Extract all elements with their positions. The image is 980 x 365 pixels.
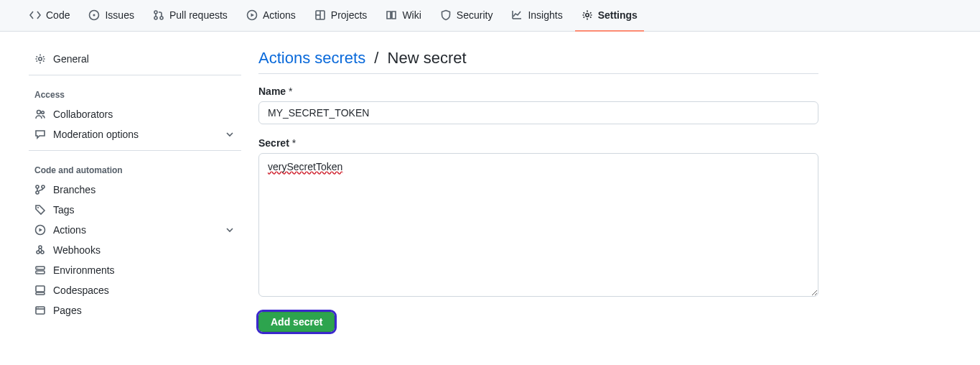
book-icon — [386, 9, 397, 21]
secret-name-input[interactable] — [258, 101, 818, 124]
server-icon — [34, 264, 46, 276]
main-content: Actions secrets / New secret Name * Secr… — [258, 49, 818, 335]
svg-point-33 — [37, 308, 38, 308]
svg-point-3 — [154, 17, 157, 19]
tab-wiki[interactable]: Wiki — [379, 0, 427, 32]
sidebar-item-label: Tags — [53, 204, 75, 216]
svg-point-1 — [93, 14, 95, 16]
svg-point-5 — [160, 17, 163, 19]
page-title: Actions secrets / New secret — [258, 49, 818, 74]
sidebar-item-tags[interactable]: Tags — [29, 200, 241, 220]
svg-rect-29 — [36, 286, 45, 292]
tab-actions-label: Actions — [263, 9, 296, 21]
chevron-down-icon — [224, 129, 235, 140]
svg-point-27 — [37, 267, 38, 268]
sidebar-item-collaborators[interactable]: Collaborators — [29, 104, 241, 124]
browser-icon — [34, 305, 46, 316]
tab-settings-label: Settings — [598, 9, 638, 21]
svg-point-14 — [37, 111, 41, 114]
tab-security[interactable]: Security — [434, 0, 500, 32]
gear-icon — [34, 53, 46, 65]
sidebar-item-environments[interactable]: Environments — [29, 260, 241, 280]
sidebar-item-actions[interactable]: Actions — [29, 220, 241, 240]
tab-insights-label: Insights — [528, 9, 562, 21]
sidebar-item-codespaces[interactable]: Codespaces — [29, 280, 241, 300]
tab-issues-label: Issues — [105, 9, 134, 21]
project-icon — [314, 9, 326, 21]
tab-insights[interactable]: Insights — [505, 0, 569, 32]
sidebar-item-general[interactable]: General — [29, 49, 241, 69]
branch-icon — [34, 184, 46, 195]
sidebar-heading-code-automation: Code and automation — [29, 160, 241, 180]
webhook-icon — [34, 244, 46, 256]
svg-point-23 — [41, 251, 44, 254]
code-icon — [29, 9, 41, 21]
sidebar-item-label: Collaborators — [53, 108, 113, 120]
tab-code-label: Code — [46, 9, 70, 21]
svg-point-17 — [36, 191, 39, 194]
gear-icon — [582, 9, 593, 21]
tab-settings[interactable]: Settings — [575, 0, 644, 32]
svg-point-16 — [36, 185, 39, 188]
svg-marker-21 — [39, 228, 43, 232]
sidebar-item-webhooks[interactable]: Webhooks — [29, 240, 241, 260]
svg-rect-25 — [36, 267, 45, 269]
tab-code[interactable]: Code — [23, 0, 76, 32]
svg-point-34 — [38, 308, 39, 308]
add-secret-button[interactable]: Add secret — [258, 312, 335, 332]
sidebar-item-label: Branches — [53, 184, 95, 195]
sidebar-item-label: Codespaces — [53, 285, 109, 296]
graph-icon — [511, 9, 523, 21]
chevron-down-icon — [224, 224, 235, 236]
issue-icon — [88, 9, 100, 21]
codespaces-icon — [34, 285, 46, 296]
svg-rect-30 — [36, 292, 45, 295]
svg-point-18 — [42, 185, 45, 188]
people-icon — [34, 108, 46, 120]
sidebar-item-label: Environments — [53, 264, 115, 276]
secret-label: Secret * — [258, 137, 818, 149]
breadcrumb-link-actions-secrets[interactable]: Actions secrets — [258, 49, 365, 67]
shield-icon — [440, 9, 452, 21]
tab-pull-requests[interactable]: Pull requests — [146, 0, 234, 32]
sidebar-item-label: Pages — [53, 305, 82, 316]
svg-point-15 — [42, 111, 45, 114]
breadcrumb-current: New secret — [388, 49, 467, 67]
pull-request-icon — [153, 9, 164, 21]
sidebar-item-label: Actions — [53, 224, 86, 236]
comment-icon — [34, 129, 46, 140]
tab-actions[interactable]: Actions — [240, 0, 302, 32]
tab-projects[interactable]: Projects — [308, 0, 374, 32]
sidebar-item-label: General — [53, 53, 89, 65]
tab-pull-requests-label: Pull requests — [169, 9, 228, 21]
sidebar-item-moderation[interactable]: Moderation options — [29, 124, 241, 144]
repo-tabs: Code Issues Pull requests Actions Projec… — [0, 0, 980, 32]
svg-point-13 — [39, 57, 42, 60]
sidebar-item-pages[interactable]: Pages — [29, 300, 241, 320]
sidebar-item-branches[interactable]: Branches — [29, 180, 241, 200]
svg-point-22 — [37, 251, 39, 254]
svg-point-28 — [37, 272, 38, 272]
tag-icon — [34, 204, 46, 216]
svg-marker-7 — [251, 13, 254, 17]
play-icon — [246, 9, 258, 21]
sidebar-item-label: Webhooks — [53, 244, 101, 256]
svg-rect-26 — [36, 271, 45, 274]
tab-security-label: Security — [457, 9, 493, 21]
sidebar-item-label: Moderation options — [53, 129, 139, 140]
secret-value-textarea[interactable] — [258, 153, 818, 297]
tab-projects-label: Projects — [331, 9, 368, 21]
breadcrumb-separator: / — [370, 49, 383, 67]
sidebar-heading-access: Access — [29, 84, 241, 104]
svg-point-12 — [585, 13, 588, 16]
svg-point-19 — [37, 207, 39, 208]
name-label: Name * — [258, 86, 818, 97]
tab-wiki-label: Wiki — [402, 9, 421, 21]
tab-issues[interactable]: Issues — [82, 0, 140, 32]
svg-point-2 — [154, 11, 157, 14]
settings-sidebar: General Access Collaborators Moderation … — [29, 49, 241, 335]
play-icon — [34, 224, 46, 236]
